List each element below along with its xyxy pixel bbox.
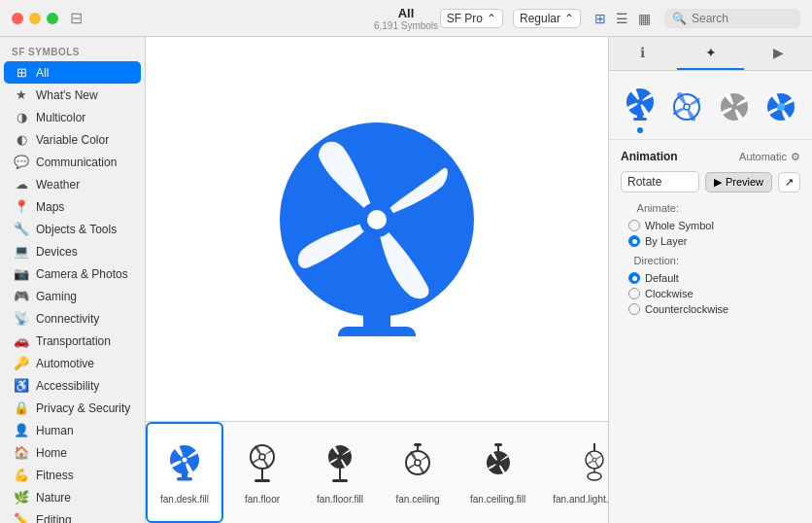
variants-row [609,71,812,140]
animate-key: Animate: [621,202,679,214]
sidebar-icon-whats-new: ★ [14,87,29,102]
direction-default[interactable]: Default [628,272,800,284]
sidebar-item-privacy-security[interactable]: 🔒 Privacy & Security [4,397,141,419]
bottom-strip: fan.desk.fill fan.floor fan.floor.fill f… [146,421,608,523]
svg-point-25 [495,460,501,466]
sidebar-item-all[interactable]: ⊞ All [4,61,141,84]
sidebar-label-home: Home [36,446,67,460]
font-chevron-icon: ⌃ [487,12,496,25]
svg-point-35 [637,99,643,105]
animate-by-layer[interactable]: By Layer [628,235,800,247]
animate-label: Animate: [621,202,800,214]
sidebar-item-automotive[interactable]: 🔑 Automotive [4,352,141,374]
sidebar-label-all: All [36,66,49,80]
sidebar-item-devices[interactable]: 💻 Devices [4,240,141,262]
sidebar-item-fitness[interactable]: 💪 Fitness [4,464,141,486]
direction-key: Direction: [621,255,679,266]
sidebar-item-home[interactable]: 🏠 Home [4,441,141,464]
sidebar-icon-transportation: 🚗 [14,333,29,348]
variant-item-multicolor[interactable] [761,89,800,128]
direction-option-row: Direction: Default Clockwise Countercloc… [621,255,800,315]
sidebar-label-whats-new: What's New [36,88,98,102]
direction-default-radio[interactable] [628,272,640,284]
traffic-lights [12,13,58,24]
list-view-button[interactable]: ☰ [612,9,632,28]
bottom-item-fan-floor[interactable]: fan.floor [223,422,301,523]
variant-item-gray[interactable] [715,89,754,128]
sidebar-item-multicolor[interactable]: ◑ Multicolor [4,106,141,128]
sidebar-item-maps[interactable]: 📍 Maps [4,195,141,218]
sidebar-icon-devices: 💻 [14,244,29,259]
preview-button[interactable]: ▶ Preview [705,172,772,192]
variant-item-outline[interactable] [667,89,706,128]
sidebar-item-transportation[interactable]: 🚗 Transportation [4,330,141,352]
info-tab[interactable]: ℹ [609,37,677,70]
direction-clockwise[interactable]: Clockwise [628,288,800,299]
search-icon: 🔍 [672,12,687,25]
title-bar: ⊟ All 6,191 Symbols SF Pro ⌃ Regular ⌃ ⊞… [0,0,812,37]
share-button[interactable]: ↗ [778,172,800,192]
bottom-item-fan-and-light-ceiling[interactable]: fan.and.light.ceiling [539,422,608,523]
animation-tab[interactable]: ✦ [677,37,745,70]
window-title: All [398,6,415,20]
animate-whole-symbol[interactable]: Whole Symbol [628,220,800,231]
variant-icon-fill [621,85,660,123]
sidebar-item-nature[interactable]: 🌿 Nature [4,486,141,508]
sidebar-label-accessibility: Accessibility [36,379,99,393]
play-tab[interactable]: ▶ [744,37,812,70]
direction-clockwise-radio[interactable] [628,288,640,299]
sidebar-icon-camera-photos: 📷 [14,266,29,281]
animate-choices: Whole Symbol By Layer [621,220,800,247]
sidebar-toggle-icon[interactable]: ⊟ [70,9,83,27]
svg-point-28 [592,458,596,462]
bottom-item-icon-fan-ceiling-fill [477,441,520,488]
sidebar-item-communication[interactable]: 💬 Communication [4,151,141,173]
svg-point-7 [183,457,187,462]
svg-rect-37 [633,118,647,121]
sidebar-item-weather[interactable]: ☁ Weather [4,173,141,195]
sidebar-item-objects-tools[interactable]: 🔧 Objects & Tools [4,218,141,240]
weight-selector[interactable]: Regular ⌃ [513,9,581,28]
sidebar-icon-all: ⊞ [14,65,29,80]
content-area: fan.desk.fill fan.floor fan.floor.fill f… [146,37,608,523]
animation-auto: Automatic ⚙ [739,151,800,163]
sidebar-item-camera-photos[interactable]: 📷 Camera & Photos [4,262,141,285]
bottom-item-fan-floor-fill[interactable]: fan.floor.fill [301,422,379,523]
direction-ccw-radio[interactable] [628,303,640,315]
bottom-item-fan-ceiling[interactable]: fan.ceiling [379,422,457,523]
sidebar-item-accessibility[interactable]: ♿ Accessibility [4,374,141,397]
font-selector[interactable]: SF Pro ⌃ [440,9,503,28]
bottom-item-icon-fan-floor [241,441,284,488]
grid-view-button[interactable]: ⊞ [591,9,610,28]
minimize-button[interactable] [29,13,41,24]
bottom-item-icon-fan-floor-fill [319,441,361,488]
bottom-item-fan-desk-fill[interactable]: fan.desk.fill [146,422,223,523]
bottom-item-icon-fan-desk-fill [163,441,206,488]
sidebar: SF Symbols ⊞ All★ What's New◑ Multicolor… [0,37,146,523]
direction-counterclockwise[interactable]: Counterclockwise [628,303,800,315]
svg-rect-17 [332,479,348,482]
sidebar-item-editing[interactable]: ✏️ Editing [4,508,141,523]
maximize-button[interactable] [47,13,58,24]
direction-label: Direction: [621,255,800,266]
sidebar-item-human[interactable]: 👤 Human [4,419,141,441]
sidebar-item-connectivity[interactable]: 📡 Connectivity [4,307,141,330]
close-button[interactable] [12,13,23,24]
search-box[interactable]: 🔍 [664,9,800,28]
preview-label: Preview [726,176,763,188]
search-input[interactable] [692,12,793,25]
animate-layer-radio[interactable] [628,235,640,247]
sidebar-label-communication: Communication [36,156,117,169]
animation-type-select[interactable]: Rotate [621,171,699,192]
animate-whole-radio[interactable] [628,220,640,231]
variant-item-fill[interactable] [621,85,660,133]
sidebar-item-whats-new[interactable]: ★ What's New [4,84,141,106]
detail-view-button[interactable]: ▦ [634,9,655,28]
svg-rect-13 [254,479,270,482]
sidebar-item-gaming[interactable]: 🎮 Gaming [4,285,141,307]
sidebar-label-connectivity: Connectivity [36,312,99,326]
direction-clockwise-label: Clockwise [645,288,694,299]
sidebar-item-variable-color[interactable]: ◐ Variable Color [4,128,141,151]
weight-name: Regular [520,12,560,25]
bottom-item-fan-ceiling-fill[interactable]: fan.ceiling.fill [457,422,539,523]
